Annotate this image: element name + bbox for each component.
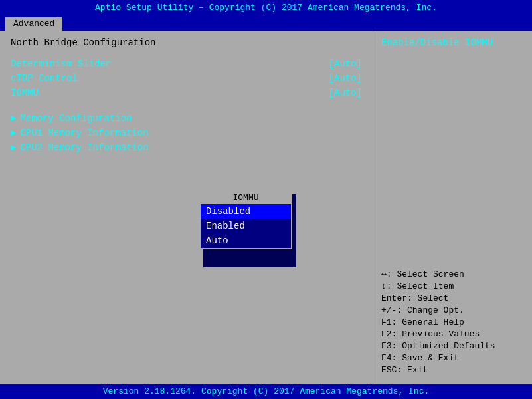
key-select-item: ↕: Select Item [381,281,524,291]
arrow-icon-2: ► [11,128,16,138]
dropdown-option-auto[interactable]: Auto [201,233,291,248]
config-row-iommu: IOMMU [Auto] [11,88,362,98]
section-title: North Bridge Configuration [11,37,362,48]
config-row-ctdp: cTDP Control [Auto] [11,73,362,84]
key-f2-prev: F2: Previous Values [381,329,524,339]
dropdown-container: IOMMU Disabled Enabled Auto [199,190,292,249]
dropdown-option-disabled[interactable]: Disabled [201,204,291,219]
submenu-cpu2-memory[interactable]: ► CPU2 Memory Information [11,142,362,153]
arrow-icon-3: ► [11,142,16,153]
determinism-value[interactable]: [Auto] [329,59,362,69]
key-esc-exit: ESC: Exit [381,365,524,375]
right-panel: Enable/Disable IOMMU ↔: Select Screen ↕:… [373,31,532,384]
iommu-value[interactable]: [Auto] [329,88,362,98]
bottom-footer-bar: Version 2.18.1264. Copyright (C) 2017 Am… [0,384,532,399]
ctdp-label: cTDP Control [11,73,78,84]
submenu-cpu1-memory[interactable]: ► CPU1 Memory Information [11,128,362,138]
dropdown-title: IOMMU [201,192,291,204]
footer-title: Version 2.18.1264. Copyright (C) 2017 Am… [103,386,429,396]
determinism-label: Determinism Slider [11,59,111,69]
dropdown-box: IOMMU Disabled Enabled Auto [199,190,292,249]
left-panel: North Bridge Configuration Determinism S… [0,31,373,384]
submenu-cpu2-label: CPU2 Memory Information [20,142,148,153]
dropdown-option-enabled[interactable]: Enabled [201,219,291,233]
iommu-label: IOMMU [11,88,39,98]
config-row-determinism: Determinism Slider [Auto] [11,59,362,69]
key-f3-defaults: F3: Optimized Defaults [381,341,524,351]
help-text: Enable/Disable IOMMU [381,37,524,48]
submenu-cpu1-label: CPU1 Memory Information [20,128,148,138]
tab-row: Advanced [0,15,532,31]
key-f4-save: F4: Save & Exit [381,353,524,363]
key-select-screen: ↔: Select Screen [381,269,524,279]
arrow-icon: ► [11,113,16,124]
submenu-memory-config-label: Memory Configuration [20,113,132,124]
key-enter-select: Enter: Select [381,293,524,303]
top-header-bar: Aptio Setup Utility – Copyright (C) 2017… [0,0,532,15]
ctdp-value[interactable]: [Auto] [329,73,362,84]
key-change-opt: +/-: Change Opt. [381,305,524,315]
submenu-memory-config[interactable]: ► Memory Configuration [11,113,362,124]
key-f1-help: F1: General Help [381,317,524,327]
main-content: North Bridge Configuration Determinism S… [0,31,532,384]
tab-advanced[interactable]: Advanced [5,17,62,31]
key-help: ↔: Select Screen ↕: Select Item Enter: S… [381,269,524,377]
header-title: Aptio Setup Utility – Copyright (C) 2017… [95,3,437,13]
